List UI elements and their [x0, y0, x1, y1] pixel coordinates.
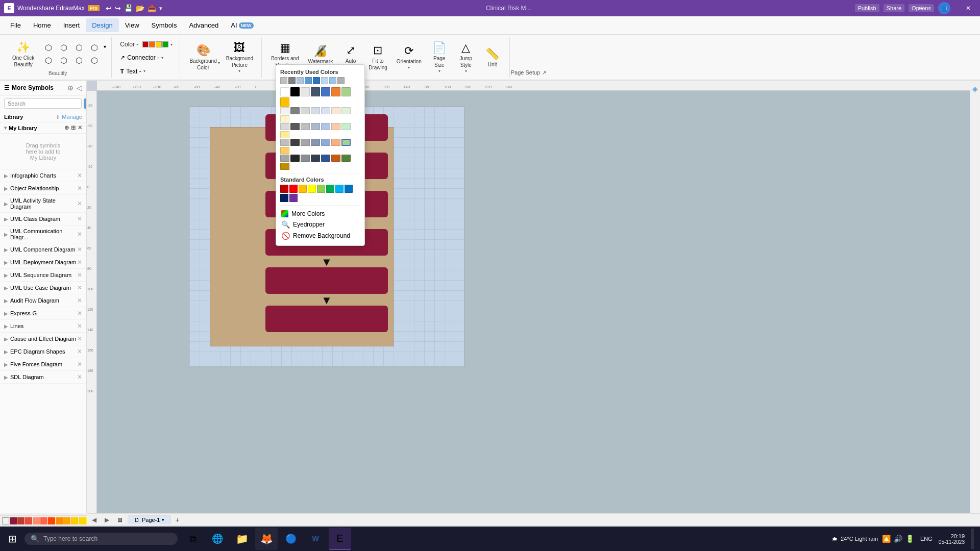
shade-2-6[interactable] [331, 123, 340, 130]
std-color-6[interactable] [326, 185, 334, 193]
save-button[interactable]: 💾 [124, 4, 133, 12]
shade-4-6[interactable] [331, 155, 340, 162]
recent-color-4[interactable] [305, 77, 312, 84]
close-item-icon[interactable]: ✕ [77, 200, 82, 207]
recent-color-3[interactable] [297, 77, 304, 84]
palette-color-3[interactable] [25, 517, 32, 524]
palette-transparent[interactable] [2, 517, 9, 524]
palette-color-6[interactable] [48, 517, 55, 524]
redo-button[interactable]: ↪ [115, 4, 121, 12]
shade-4-4[interactable] [311, 155, 320, 162]
show-desktop-btn[interactable] [971, 529, 974, 549]
close-item-icon[interactable]: ✕ [77, 172, 82, 179]
sidebar-item-uml-component[interactable]: ▶ UML Component Diagram ✕ [0, 243, 86, 256]
shade-1-5[interactable] [321, 107, 330, 114]
std-color-7[interactable] [335, 185, 344, 193]
shade-2-4[interactable] [311, 123, 320, 130]
shade-4-1[interactable] [280, 155, 289, 162]
menu-design[interactable]: Design [86, 18, 118, 32]
fit-to-drawing-button[interactable]: ⊡ Fit to Drawing [364, 42, 391, 72]
taskbar-app-task-view[interactable]: ⧉ [182, 528, 204, 550]
shade-2-7[interactable] [341, 123, 351, 130]
std-color-10[interactable] [289, 194, 298, 202]
canvas-content[interactable]: ▼ ▼ ▼ ▼ ▼ [97, 91, 970, 513]
add-page-btn[interactable]: + [173, 516, 181, 524]
recent-color-5[interactable] [313, 77, 320, 84]
palette-color-9[interactable] [71, 517, 78, 524]
close-item-icon[interactable]: ✕ [77, 373, 82, 381]
add-library-btn[interactable]: ⊕ [64, 124, 69, 131]
page-settings-icon[interactable]: ⊞ [114, 515, 126, 524]
ribbon-small-btn-3[interactable]: ⬡ [72, 42, 86, 54]
shade-3-3[interactable] [301, 139, 310, 146]
shade-3-8[interactable] [280, 147, 289, 154]
sidebar-collapse-btn[interactable]: ◁ [77, 84, 82, 92]
shade-2-2[interactable] [290, 123, 300, 130]
orientation-button[interactable]: ⟳ Orientation ▾ [393, 42, 426, 72]
close-item-icon[interactable]: ✕ [77, 322, 82, 330]
palette-color-1[interactable] [10, 517, 17, 524]
close-item-icon[interactable]: ✕ [77, 361, 82, 368]
palette-color-10[interactable] [79, 517, 86, 524]
std-color-4[interactable] [308, 185, 316, 193]
ribbon-small-btn-1[interactable]: ⬡ [41, 42, 56, 54]
theme-c-6[interactable] [331, 87, 340, 96]
shade-1-8[interactable] [280, 115, 289, 122]
taskbar-search-input[interactable] [43, 535, 172, 542]
jump-style-button[interactable]: △ Jump Style ▾ [453, 39, 479, 76]
search-input[interactable] [4, 98, 82, 109]
std-color-5[interactable] [317, 185, 325, 193]
sidebar-item-lines[interactable]: ▶ Lines ✕ [0, 320, 86, 333]
flow-box-6[interactable] [265, 306, 388, 332]
page-size-button[interactable]: 📄 Page Size ▾ [427, 39, 452, 76]
palette-color-5[interactable] [40, 517, 47, 524]
recent-color-8[interactable] [337, 77, 345, 84]
page-tab-1[interactable]: 🗋 Page-1 ▾ [128, 515, 171, 524]
flow-box-5[interactable] [265, 267, 388, 294]
recent-color-6[interactable] [321, 77, 328, 84]
shade-3-5[interactable] [321, 139, 330, 146]
canvas-area[interactable]: -140 -120 -100 -80 -60 -40 -20 0 20 40 6… [87, 81, 970, 513]
menu-file[interactable]: File [4, 18, 27, 32]
menu-ai[interactable]: AI NEW [225, 18, 259, 32]
theme-c-7[interactable] [341, 87, 351, 96]
shade-3-7[interactable] [341, 139, 351, 146]
taskbar-app-edraw[interactable]: E [329, 528, 351, 550]
close-item-icon[interactable]: ✕ [77, 310, 82, 317]
taskbar-app-chrome[interactable]: 🔵 [280, 528, 302, 550]
shade-4-8[interactable] [280, 163, 289, 170]
taskbar-app-browser-1[interactable]: 🌐 [206, 528, 229, 550]
close-item-icon[interactable]: ✕ [77, 215, 82, 222]
menu-home[interactable]: Home [27, 18, 57, 32]
page-dropdown-icon[interactable]: ▾ [162, 517, 164, 522]
std-color-8[interactable] [345, 185, 353, 193]
shade-1-1[interactable] [280, 107, 289, 114]
sidebar-item-five-forces[interactable]: ▶ Five Forces Diagram ✕ [0, 358, 86, 371]
ribbon-small-btn-5[interactable]: ⬡ [41, 55, 56, 66]
shade-1-6[interactable] [331, 107, 340, 114]
std-color-2[interactable] [289, 185, 298, 193]
menu-advanced[interactable]: Advanced [183, 18, 225, 32]
shade-4-2[interactable] [290, 155, 300, 162]
page-nav-right[interactable]: ▶ [102, 515, 112, 524]
theme-c-2[interactable] [290, 87, 300, 96]
network-icon[interactable]: 🔼 [882, 535, 891, 543]
unit-button[interactable]: 📏 Unit [480, 45, 505, 69]
sidebar-item-express-g[interactable]: ▶ Express-G ✕ [0, 307, 86, 320]
color-dropdown-btn[interactable]: Color - ▾ [117, 39, 176, 50]
close-item-icon[interactable]: ✕ [77, 284, 82, 291]
shade-4-5[interactable] [321, 155, 330, 162]
connector-dropdown-btn[interactable]: ↗ Connector - ▾ [117, 52, 176, 63]
ribbon-small-btn-6[interactable]: ⬡ [57, 55, 71, 66]
shade-4-7[interactable] [341, 155, 351, 162]
close-item-icon[interactable]: ✕ [77, 231, 82, 238]
sidebar-item-uml-deployment[interactable]: ▶ UML Deployment Diagram ✕ [0, 256, 86, 269]
remove-background-btn[interactable]: 🚫 Remove Background [280, 230, 360, 241]
menu-view[interactable]: View [119, 18, 145, 32]
theme-c-3[interactable] [301, 87, 310, 96]
publish-btn[interactable]: Publish [855, 4, 879, 12]
shade-2-5[interactable] [321, 123, 330, 130]
undo-button[interactable]: ↩ [106, 4, 112, 12]
std-color-9[interactable] [280, 194, 288, 202]
ribbon-small-btn-2[interactable]: ⬡ [57, 42, 71, 54]
